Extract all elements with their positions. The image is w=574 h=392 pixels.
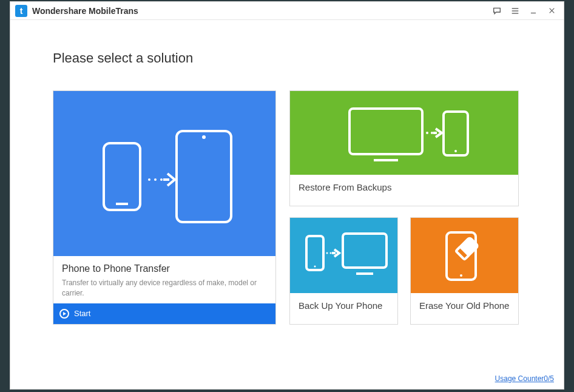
menu-icon[interactable] (508, 4, 522, 18)
svg-point-17 (426, 132, 428, 134)
titlebar: t Wondershare MobileTrans (10, 2, 564, 20)
start-button[interactable]: Start (53, 303, 275, 324)
feedback-icon[interactable] (490, 4, 504, 18)
svg-point-9 (202, 135, 206, 139)
page-heading: Please select a solution (53, 50, 521, 66)
phone-to-phone-icon (53, 91, 275, 256)
app-title: Wondershare MobileTrans (32, 6, 138, 16)
svg-point-16 (454, 150, 457, 152)
minimize-button[interactable] (526, 4, 541, 18)
svg-point-26 (460, 274, 462, 277)
svg-rect-21 (343, 234, 387, 268)
close-button[interactable] (544, 4, 559, 18)
backup-icon (290, 218, 397, 293)
usage-counter-link[interactable]: Usage Counter0/5 (495, 374, 554, 383)
card-title: Back Up Your Phone (290, 293, 397, 318)
svg-rect-8 (177, 131, 231, 222)
card-title: Erase Your Old Phone (411, 293, 518, 318)
start-arrow-icon (59, 309, 69, 319)
svg-rect-6 (104, 143, 140, 210)
app-window: t Wondershare MobileTrans Please select … (10, 1, 564, 390)
restore-icon (290, 91, 518, 175)
svg-point-12 (160, 178, 163, 181)
card-title: Phone to Phone Transfer (62, 263, 267, 274)
svg-rect-13 (349, 109, 422, 154)
start-label: Start (74, 309, 90, 318)
card-erase-old-phone[interactable]: Erase Your Old Phone (410, 217, 519, 325)
card-phone-to-phone[interactable]: Phone to Phone Transfer Transfer to virt… (53, 90, 276, 325)
svg-point-10 (148, 178, 150, 181)
card-description: Transfer to virtually any device regardl… (62, 278, 267, 299)
content-area: Please select a solution (10, 20, 564, 389)
svg-point-11 (154, 178, 157, 181)
svg-point-18 (431, 132, 433, 134)
svg-point-20 (314, 265, 316, 267)
svg-point-23 (326, 252, 328, 254)
erase-icon (411, 218, 518, 293)
card-restore-from-backups[interactable]: Restore From Backups (289, 90, 519, 206)
svg-rect-19 (306, 236, 323, 270)
svg-rect-15 (444, 112, 468, 155)
card-title: Restore From Backups (290, 175, 518, 200)
svg-point-24 (329, 252, 331, 254)
card-back-up-phone[interactable]: Back Up Your Phone (289, 217, 398, 325)
app-logo-icon: t (15, 5, 27, 17)
